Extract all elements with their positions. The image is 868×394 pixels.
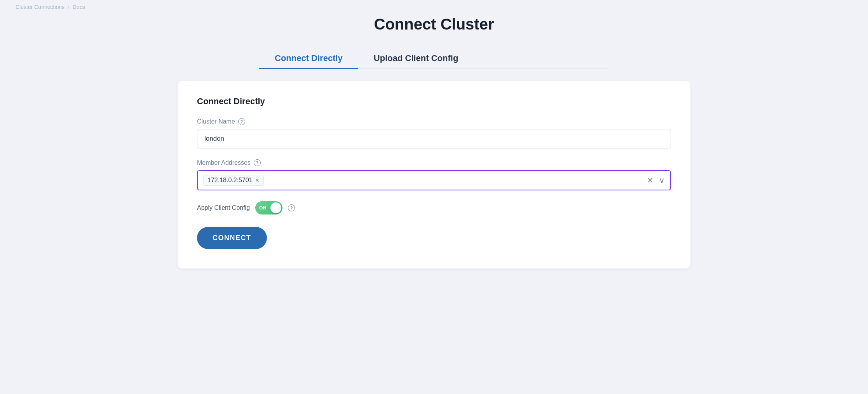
tab-connect-directly[interactable]: Connect Directly	[259, 49, 358, 69]
member-addresses-input[interactable]: 172.18.0.2:5701 ✕ ✕ ∨	[197, 170, 671, 190]
cluster-name-input[interactable]	[197, 129, 671, 148]
breadcrumb-docs[interactable]: Docs	[73, 4, 85, 10]
breadcrumb-separator: ›	[68, 4, 70, 10]
form-card: Connect Directly Cluster Name ? Member A…	[178, 81, 690, 268]
apply-client-config-toggle[interactable]: ON	[255, 201, 282, 214]
toggle-thumb	[270, 202, 281, 213]
apply-client-config-help-icon[interactable]: ?	[288, 204, 295, 211]
page-wrapper: Cluster Connections › Docs Connect Clust…	[0, 0, 868, 394]
member-addresses-label: Member Addresses ?	[197, 159, 671, 166]
toggle-on-text: ON	[259, 205, 266, 211]
address-tag-value: 172.18.0.2:5701	[207, 177, 253, 184]
cluster-name-label: Cluster Name ?	[197, 118, 671, 125]
content-container: Connect Cluster Connect Directly Upload …	[162, 16, 706, 268]
member-addresses-group: Member Addresses ? 172.18.0.2:5701 ✕ ✕ ∨	[197, 159, 671, 190]
apply-client-config-label: Apply Client Config	[197, 204, 250, 211]
apply-client-config-row: Apply Client Config ON ?	[197, 201, 671, 214]
connect-button[interactable]: CONNECT	[197, 227, 267, 249]
address-tag-remove-icon[interactable]: ✕	[255, 177, 260, 183]
tab-upload-client-config[interactable]: Upload Client Config	[358, 49, 474, 69]
member-addresses-dropdown-icon[interactable]: ∨	[659, 176, 665, 185]
address-tag: 172.18.0.2:5701 ✕	[203, 175, 264, 186]
member-input-actions: ✕ ∨	[647, 176, 665, 185]
page-title: Connect Cluster	[374, 16, 494, 33]
tabs-container: Connect Directly Upload Client Config	[259, 49, 609, 69]
member-addresses-help-icon[interactable]: ?	[254, 159, 261, 166]
breadcrumb: Cluster Connections › Docs	[16, 4, 85, 10]
cluster-name-help-icon[interactable]: ?	[238, 118, 245, 125]
breadcrumb-cluster-connections[interactable]: Cluster Connections	[16, 4, 64, 10]
form-card-title: Connect Directly	[197, 96, 671, 106]
member-addresses-clear-icon[interactable]: ✕	[647, 176, 654, 185]
cluster-name-group: Cluster Name ?	[197, 118, 671, 148]
